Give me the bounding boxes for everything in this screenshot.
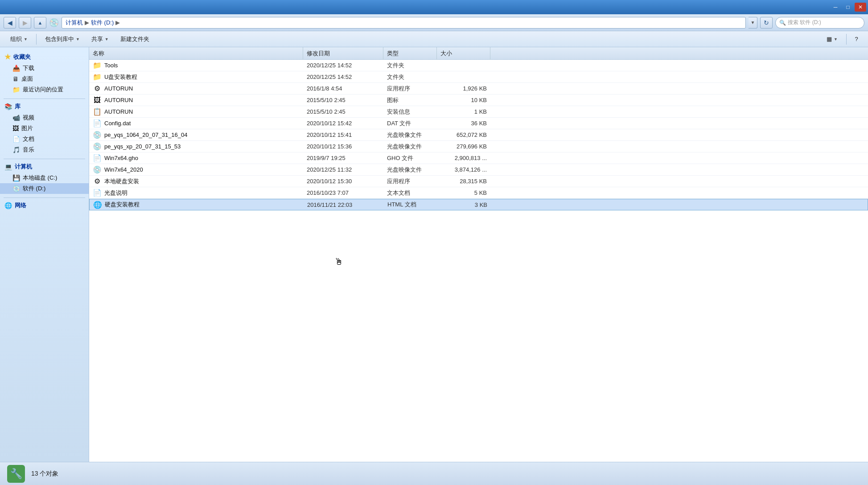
views-button[interactable]: ▦ ▼: [822, 33, 843, 45]
path-drive[interactable]: 软件 (D:): [91, 19, 114, 27]
path-dropdown[interactable]: ▼: [749, 17, 757, 29]
file-icon: 📄: [93, 119, 102, 127]
music-icon: 🎵: [12, 146, 20, 153]
file-name: AUTORUN: [104, 85, 133, 92]
file-rows-container: 📁 Tools 2020/12/25 14:52 文件夹 📁 U盘安装教程 20…: [89, 60, 868, 210]
file-type-cell: 安装信息: [383, 106, 437, 117]
music-label: 音乐: [23, 146, 34, 154]
sidebar-item-cdrive[interactable]: 💾 本地磁盘 (C:): [0, 173, 89, 183]
refresh-button[interactable]: ↻: [760, 17, 773, 29]
computer-header[interactable]: 💻 计算机: [0, 161, 89, 173]
file-size-cell: 3,874,126 ...: [437, 164, 490, 175]
address-path[interactable]: 计算机 ▶ 软件 (D:) ▶: [62, 17, 746, 29]
toolbar: 组织 ▼ 包含到库中 ▼ 共享 ▼ 新建文件夹 ▦ ▼ ?: [0, 31, 868, 47]
file-name-cell: 📄 Win7x64.gho: [89, 152, 303, 164]
share-arrow: ▼: [105, 37, 109, 41]
table-row[interactable]: 📁 U盘安装教程 2020/12/25 14:52 文件夹: [89, 71, 868, 83]
library-header[interactable]: 📚 库: [0, 101, 89, 112]
video-icon: 📹: [12, 114, 20, 121]
favorites-header[interactable]: ★ 收藏夹: [0, 51, 89, 63]
status-bar: 🔧 13 个对象: [0, 462, 868, 485]
organize-button[interactable]: 组织 ▼: [5, 33, 33, 45]
sidebar-item-download[interactable]: 📥 下载: [0, 63, 89, 74]
up-button[interactable]: ▲: [34, 17, 46, 29]
ddrive-icon: 💿: [12, 185, 20, 192]
status-app-icon: 🔧: [7, 465, 25, 483]
close-button[interactable]: ✕: [855, 3, 866, 12]
table-row[interactable]: 🖼 AUTORUN 2015/5/10 2:45 图标 10 KB: [89, 95, 868, 106]
star-icon: ★: [4, 53, 11, 61]
library-section: 📚 库 📹 视频 🖼 图片 📄 文档 🎵 音乐: [0, 101, 89, 155]
file-size-cell: [437, 71, 490, 82]
include-library-label: 包含到库中: [45, 35, 74, 43]
sidebar-item-recent[interactable]: 📁 最近访问的位置: [0, 84, 89, 95]
sidebar-item-ddrive[interactable]: 💿 软件 (D:): [0, 183, 89, 194]
library-folder-icon: 📚: [4, 103, 12, 110]
file-icon: 📄: [93, 189, 102, 197]
search-box[interactable]: 🔍 搜索 软件 (D:): [775, 17, 864, 29]
col-header-type[interactable]: 类型: [383, 47, 437, 60]
documents-icon: 📄: [12, 136, 20, 143]
table-row[interactable]: 📄 Win7x64.gho 2019/9/7 19:25 GHO 文件 2,90…: [89, 152, 868, 164]
back-button[interactable]: ◀: [4, 17, 16, 29]
table-row[interactable]: 💿 pe_yqs_xp_20_07_31_15_53 2020/10/12 15…: [89, 141, 868, 152]
favorites-label: 收藏夹: [13, 53, 31, 61]
file-size-cell: 2,900,813 ...: [437, 152, 490, 164]
table-row[interactable]: ⚙ 本地硬盘安装 2020/10/12 15:30 应用程序 28,315 KB: [89, 176, 868, 187]
col-header-date[interactable]: 修改日期: [303, 47, 383, 60]
file-name-cell: 📁 Tools: [89, 60, 303, 71]
file-type-cell: 光盘映像文件: [383, 164, 437, 175]
file-icon: 📁: [93, 73, 102, 81]
file-icon: 🖼: [93, 96, 102, 104]
title-bar: ─ □ ✕: [0, 0, 868, 14]
file-name-cell: ⚙ 本地硬盘安装: [89, 176, 303, 187]
table-row[interactable]: 📄 Config.dat 2020/10/12 15:42 DAT 文件 36 …: [89, 118, 868, 129]
path-computer[interactable]: 计算机: [66, 19, 83, 27]
desktop-icon: 🖥: [12, 75, 19, 82]
sidebar-divider-1: [4, 99, 85, 99]
table-row[interactable]: 💿 pe_yqs_1064_20_07_31_16_04 2020/10/12 …: [89, 129, 868, 141]
network-header[interactable]: 🌐 网络: [0, 200, 89, 211]
include-library-button[interactable]: 包含到库中 ▼: [40, 33, 85, 45]
video-label: 视频: [23, 114, 34, 122]
recent-label: 最近访问的位置: [23, 86, 63, 94]
recent-icon: 📁: [12, 86, 20, 93]
sidebar-item-video[interactable]: 📹 视频: [0, 112, 89, 123]
table-row[interactable]: 📁 Tools 2020/12/25 14:52 文件夹: [89, 60, 868, 71]
table-row[interactable]: 📄 光盘说明 2016/10/23 7:07 文本文档 5 KB: [89, 187, 868, 199]
file-icon: ⚙: [93, 84, 102, 93]
path-sep2: ▶: [115, 19, 120, 26]
forward-button[interactable]: ▶: [19, 17, 31, 29]
help-button[interactable]: ?: [850, 33, 863, 45]
maximize-button[interactable]: □: [842, 3, 854, 12]
col-header-size[interactable]: 大小: [437, 47, 490, 60]
minimize-button[interactable]: ─: [830, 3, 841, 12]
sidebar-item-documents[interactable]: 📄 文档: [0, 134, 89, 144]
table-row[interactable]: 💿 Win7x64_2020 2020/12/25 11:32 光盘映像文件 3…: [89, 164, 868, 176]
organize-label: 组织: [10, 35, 22, 43]
cdrive-label: 本地磁盘 (C:): [23, 174, 57, 182]
sidebar-item-music[interactable]: 🎵 音乐: [0, 144, 89, 155]
file-size-cell: 1 KB: [437, 106, 490, 117]
views-arrow: ▼: [834, 37, 838, 41]
table-row[interactable]: 🌐 硬盘安装教程 2016/11/21 22:03 HTML 文档 3 KB: [89, 199, 868, 210]
sidebar-item-pictures[interactable]: 🖼 图片: [0, 123, 89, 134]
file-name: 光盘说明: [104, 189, 128, 197]
computer-icon: 💻: [4, 163, 12, 170]
table-row[interactable]: 📋 AUTORUN 2015/5/10 2:45 安装信息 1 KB: [89, 106, 868, 118]
file-name-cell: 💿 pe_yqs_1064_20_07_31_16_04: [89, 129, 303, 140]
col-header-name[interactable]: 名称: [89, 47, 303, 60]
sidebar-divider-2: [4, 159, 85, 159]
network-label: 网络: [15, 201, 26, 210]
file-size-cell: 652,072 KB: [437, 129, 490, 140]
new-folder-button[interactable]: 新建文件夹: [115, 33, 154, 45]
organize-arrow: ▼: [24, 37, 28, 41]
file-type-cell: HTML 文档: [384, 199, 437, 210]
file-name-cell: 🌐 硬盘安装教程: [90, 199, 304, 210]
pictures-icon: 🖼: [12, 125, 19, 132]
table-row[interactable]: ⚙ AUTORUN 2016/1/8 4:54 应用程序 1,926 KB: [89, 83, 868, 95]
file-name: pe_yqs_xp_20_07_31_15_53: [104, 143, 181, 150]
sidebar-item-desktop[interactable]: 🖥 桌面: [0, 74, 89, 84]
desktop-label: 桌面: [21, 75, 33, 83]
share-button[interactable]: 共享 ▼: [86, 33, 114, 45]
